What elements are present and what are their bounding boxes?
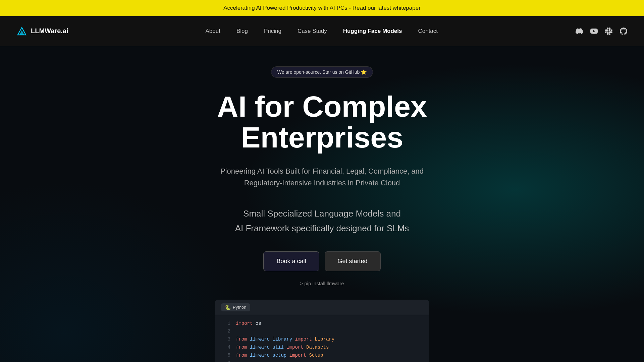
social-icons [575,27,628,36]
nav-pricing[interactable]: Pricing [264,28,281,34]
github-icon[interactable] [619,27,628,36]
code-line: 2 [215,327,429,336]
code-lang: Python [233,305,246,310]
code-line: 6 [215,360,429,362]
hero-section: We are open-source. Star us on GitHub ⭐ … [0,46,644,362]
hero-title: AI for Complex Enterprises [138,91,506,153]
nav-contact[interactable]: Contact [418,28,438,34]
logo-icon [16,25,28,37]
code-body: 1 import os 2 3 from llmware.library imp… [215,315,429,362]
nav-hugging-face[interactable]: Hugging Face Models [343,28,402,34]
code-line: 3 from llmware.library import Library [215,336,429,344]
pip-install-text: > pip install llmware [300,281,344,286]
code-line: 1 import os [215,320,429,328]
book-call-button[interactable]: Book a call [263,251,319,271]
code-line: 4 from llmware.util import Datasets [215,344,429,352]
get-started-button[interactable]: Get started [325,251,381,271]
code-header: 🐍 Python [215,300,429,315]
logo-text: LLMWare.ai [31,27,68,35]
slm-line2: AI Framework specifically designed for S… [235,221,409,236]
hero-slm: Small Specialized Language Models and AI… [235,206,409,236]
announcement-banner[interactable]: Accelerating AI Powered Productivity wit… [0,0,644,16]
navbar: LLMWare.ai About Blog Pricing Case Study… [0,16,644,46]
nav-links: About Blog Pricing Case Study Hugging Fa… [205,28,438,35]
banner-text: Accelerating AI Powered Productivity wit… [223,5,421,11]
logo[interactable]: LLMWare.ai [16,25,68,37]
python-badge: 🐍 Python [221,303,250,311]
code-line: 5 from llmware.setup import Setup [215,352,429,360]
youtube-icon[interactable] [590,27,598,36]
github-badge-text: We are open-source. Star us on GitHub ⭐ [277,69,367,75]
slack-icon[interactable] [604,27,613,36]
nav-blog[interactable]: Blog [236,28,248,34]
slm-line1: Small Specialized Language Models and [235,206,409,221]
python-icon: 🐍 [225,305,231,310]
discord-icon[interactable] [575,27,584,36]
nav-about[interactable]: About [205,28,220,34]
hero-subtitle: Pioneering AI Tools Built for Financial,… [205,165,439,189]
nav-case-study[interactable]: Case Study [298,28,327,34]
hero-buttons: Book a call Get started [263,251,380,271]
github-badge[interactable]: We are open-source. Star us on GitHub ⭐ [271,66,373,78]
code-block: 🐍 Python 1 import os 2 3 from llmware.li… [215,300,429,362]
